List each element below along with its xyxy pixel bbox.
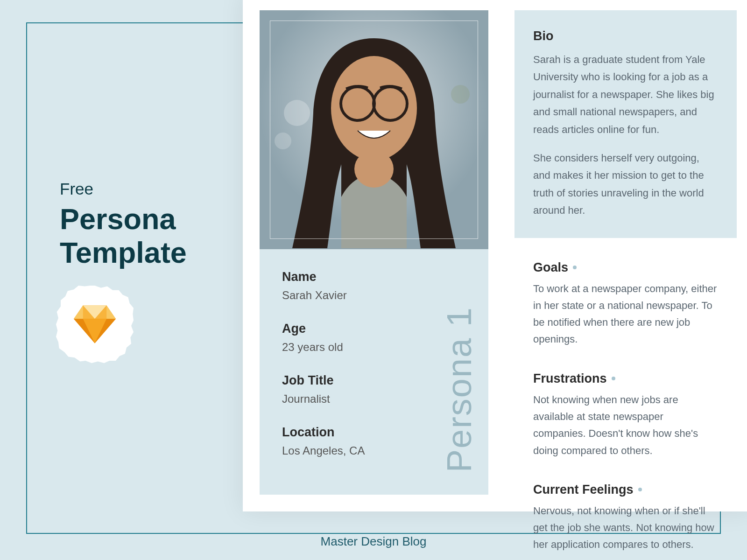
free-label: Free: [60, 180, 237, 198]
persona-details-column: Bio Sarah is a graduate student from Yal…: [514, 10, 737, 495]
field-age: Age 23 years old: [282, 322, 466, 354]
persona-card: Name Sarah Xavier Age 23 years old Job T…: [243, 0, 747, 511]
footer-credit: Master Design Blog: [321, 534, 427, 549]
bio-paragraph: She considers herself very outgoing, and…: [533, 149, 718, 219]
field-job-title: Job Title Journalist: [282, 373, 466, 406]
goals-heading: Goals: [533, 260, 718, 275]
field-label: Location: [282, 425, 466, 440]
field-name: Name Sarah Xavier: [282, 270, 466, 302]
field-value: Journalist: [282, 392, 466, 406]
frustrations-body: Not knowing when new jobs are available …: [533, 392, 718, 459]
sketch-diamond-icon: [74, 305, 116, 343]
bio-section: Bio Sarah is a graduate student from Yal…: [514, 10, 737, 238]
persona-photo: [260, 10, 488, 249]
feelings-section: Current Feelings Nervous, not knowing wh…: [514, 483, 737, 553]
persona-profile-column: Name Sarah Xavier Age 23 years old Job T…: [260, 10, 488, 495]
feelings-heading: Current Feelings: [533, 483, 718, 497]
field-label: Age: [282, 322, 466, 336]
bio-heading: Bio: [533, 29, 718, 43]
persona-info-box: Name Sarah Xavier Age 23 years old Job T…: [260, 249, 488, 495]
title-block: Free Persona Template: [60, 180, 237, 359]
bullet-icon: [638, 488, 642, 491]
feelings-body: Nervous, not knowing when or if she'll g…: [533, 503, 718, 553]
bullet-icon: [612, 377, 615, 380]
persona-template-title: Persona Template: [60, 202, 237, 270]
field-location: Location Los Angeles, CA: [282, 425, 466, 457]
field-label: Job Title: [282, 373, 466, 388]
field-label: Name: [282, 270, 466, 284]
svg-point-14: [354, 150, 394, 188]
goals-section: Goals To work at a newspaper company, ei…: [514, 260, 737, 348]
bio-paragraph: Sarah is a graduate student from Yale Un…: [533, 51, 718, 138]
persona-number-label: Persona 1: [439, 307, 479, 472]
bullet-icon: [573, 266, 577, 269]
frustrations-heading: Frustrations: [533, 371, 718, 386]
field-value: Los Angeles, CA: [282, 444, 466, 457]
goals-body: To work at a newspaper company, either i…: [533, 280, 718, 348]
svg-point-12: [451, 85, 470, 104]
field-value: 23 years old: [282, 341, 466, 354]
svg-point-11: [275, 133, 291, 149]
field-value: Sarah Xavier: [282, 289, 466, 302]
frustrations-section: Frustrations Not knowing when new jobs a…: [514, 371, 737, 459]
sketch-badge: [60, 289, 130, 359]
svg-point-10: [284, 100, 310, 126]
